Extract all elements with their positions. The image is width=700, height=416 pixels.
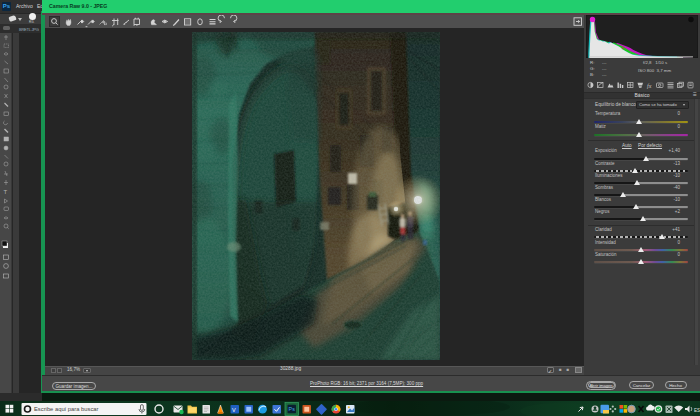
svg-text:T: T [4,189,8,195]
svg-text:ES: ES [694,407,700,412]
svg-text:Ps: Ps [289,406,296,412]
svg-text:Escribe aquí para buscar: Escribe aquí para buscar [34,406,99,412]
svg-text:V: V [232,406,236,412]
svg-text:fx: fx [647,83,652,89]
